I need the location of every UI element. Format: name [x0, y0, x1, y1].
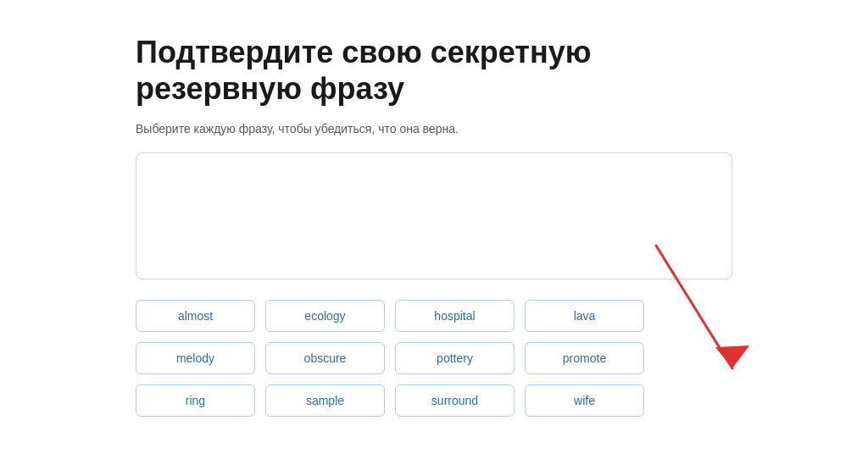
word-button-promote[interactable]: promote [525, 342, 644, 374]
phrase-selection-box [136, 152, 732, 279]
word-button-hospital[interactable]: hospital [395, 300, 515, 332]
word-button-ring[interactable]: ring [136, 384, 255, 417]
page-title: Подтвердите свою секретную резервную фра… [136, 34, 732, 107]
page-subtitle: Выберите каждую фразу, чтобы убедиться, … [136, 122, 732, 135]
word-button-almost[interactable]: almost [136, 300, 255, 332]
word-button-sample[interactable]: sample [265, 384, 385, 417]
word-button-obscure[interactable]: obscure [265, 342, 385, 374]
word-button-melody[interactable]: melody [136, 342, 255, 374]
word-button-lava[interactable]: lava [525, 300, 644, 332]
page-container: Подтвердите свою секретную резервную фра… [0, 0, 868, 451]
word-button-ecology[interactable]: ecology [265, 300, 385, 332]
word-button-pottery[interactable]: pottery [395, 342, 515, 374]
word-grid: almostecologyhospitallavamelodyobscurepo… [136, 300, 644, 417]
word-button-surround[interactable]: surround [395, 384, 515, 417]
word-button-wife[interactable]: wife [525, 384, 644, 417]
